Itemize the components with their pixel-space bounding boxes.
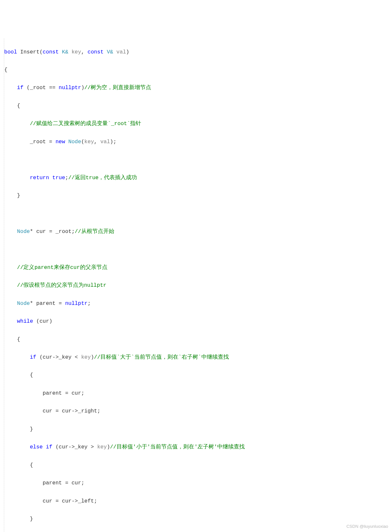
code-line bbox=[4, 155, 388, 164]
code-block: bool Insert(const K& key, const V& val) … bbox=[4, 39, 388, 532]
code-line: parent = cur; bbox=[4, 389, 388, 398]
keyword-bool: bool bbox=[4, 49, 17, 55]
token: ); bbox=[110, 139, 117, 145]
code-line: //赋值给二叉搜索树的成员变量`_root`指针 bbox=[4, 119, 388, 128]
indent bbox=[4, 121, 30, 127]
code-line bbox=[4, 209, 388, 218]
code-line: { bbox=[4, 65, 388, 75]
token: ) bbox=[81, 85, 84, 91]
keyword-if: if bbox=[30, 354, 36, 360]
token: (cur->_key > bbox=[52, 444, 97, 450]
comment: //返回true，代表插入成功 bbox=[68, 175, 137, 181]
code-line: //定义parent来保存cur的父亲节点 bbox=[4, 263, 388, 272]
code-line: { bbox=[4, 335, 388, 344]
type-node: Node bbox=[68, 139, 81, 145]
type-v: V& bbox=[104, 49, 117, 55]
token: ( bbox=[81, 139, 84, 145]
token: _root = bbox=[4, 139, 55, 145]
code-line: { bbox=[4, 461, 388, 470]
indent bbox=[4, 444, 30, 450]
indent bbox=[4, 264, 17, 271]
code-line: bool Insert(const K& key, const V& val) bbox=[4, 48, 388, 57]
keyword-return: return bbox=[30, 175, 49, 181]
token: , bbox=[94, 139, 100, 145]
code-line: else if (cur->_key > key)//目标值'小于'当前节点值，… bbox=[4, 443, 388, 452]
token: ; bbox=[87, 300, 91, 306]
token bbox=[43, 444, 46, 450]
keyword-const: const bbox=[87, 49, 104, 55]
keyword-if: if bbox=[17, 85, 24, 91]
comment: //目标值'小于'当前节点值，则在'左子树'中继续查找 bbox=[110, 444, 245, 450]
indent bbox=[4, 85, 17, 91]
code-line: return true;//返回true，代表插入成功 bbox=[4, 173, 388, 182]
code-line: if (cur->_key < key)//目标值`大于`当前节点值，则在`右子… bbox=[4, 353, 388, 362]
token: (cur) bbox=[33, 318, 52, 324]
code-line bbox=[4, 245, 388, 254]
token: ) bbox=[126, 49, 129, 55]
token: (cur->_key < bbox=[36, 354, 81, 360]
param-key: key bbox=[72, 49, 81, 55]
code-line: //假设根节点的父亲节点为nullptr bbox=[4, 281, 388, 290]
param-val: val bbox=[100, 139, 110, 145]
code-line: Node* parent = nullptr; bbox=[4, 299, 388, 308]
comment: //从根节点开始 bbox=[75, 228, 114, 235]
code-line: _root = new Node(key, val); bbox=[4, 137, 388, 146]
code-line: { bbox=[4, 101, 388, 110]
token: ; bbox=[65, 175, 68, 181]
keyword-else: else bbox=[30, 444, 43, 450]
token: , bbox=[81, 49, 88, 55]
indent bbox=[4, 175, 30, 181]
param-key: key bbox=[97, 444, 107, 450]
comment: //树为空，则直接新增节点 bbox=[84, 85, 151, 91]
token: * cur = _root; bbox=[30, 228, 75, 235]
code-line: Node* cur = _root;//从根节点开始 bbox=[4, 227, 388, 236]
comment: //赋值给二叉搜索树的成员变量`_root`指针 bbox=[30, 121, 141, 127]
param-key: key bbox=[84, 139, 94, 145]
code-line: cur = cur->_right; bbox=[4, 407, 388, 416]
comment: //目标值`大于`当前节点值，则在`右子树`中继续查找 bbox=[94, 354, 229, 360]
param-val: val bbox=[117, 49, 126, 55]
keyword-true: true bbox=[52, 175, 65, 181]
code-line: cur = cur->_left; bbox=[4, 497, 388, 506]
token: ) bbox=[107, 444, 110, 450]
code-line: if (_root == nullptr)//树为空，则直接新增节点 bbox=[4, 83, 388, 92]
type-k: K& bbox=[59, 49, 72, 55]
token: ) bbox=[91, 354, 94, 360]
token bbox=[65, 139, 68, 145]
keyword-nullptr: nullptr bbox=[65, 300, 87, 306]
code-line: while (cur) bbox=[4, 317, 388, 326]
indent bbox=[4, 354, 30, 360]
type-node: Node bbox=[17, 228, 30, 235]
code-line: } bbox=[4, 191, 388, 200]
code-line: } bbox=[4, 425, 388, 434]
code-line: parent = cur; bbox=[4, 479, 388, 488]
comment: //定义parent来保存cur的父亲节点 bbox=[17, 264, 107, 271]
indent bbox=[4, 318, 17, 324]
keyword-const: const bbox=[43, 49, 59, 55]
param-key: key bbox=[81, 354, 91, 360]
indent bbox=[4, 300, 17, 306]
type-node: Node bbox=[17, 300, 30, 306]
token bbox=[49, 175, 52, 181]
keyword-nullptr: nullptr bbox=[59, 85, 81, 91]
code-line: { bbox=[4, 371, 388, 380]
comment: //假设根节点的父亲节点为nullptr bbox=[17, 282, 106, 288]
keyword-if: if bbox=[46, 444, 52, 450]
token: * parent = bbox=[30, 300, 65, 306]
token: (_root == bbox=[23, 85, 59, 91]
code-line: } bbox=[4, 515, 388, 524]
keyword-while: while bbox=[17, 318, 33, 324]
indent bbox=[4, 228, 17, 235]
keyword-new: new bbox=[55, 139, 65, 145]
token: Insert( bbox=[17, 49, 43, 55]
indent bbox=[4, 282, 17, 288]
